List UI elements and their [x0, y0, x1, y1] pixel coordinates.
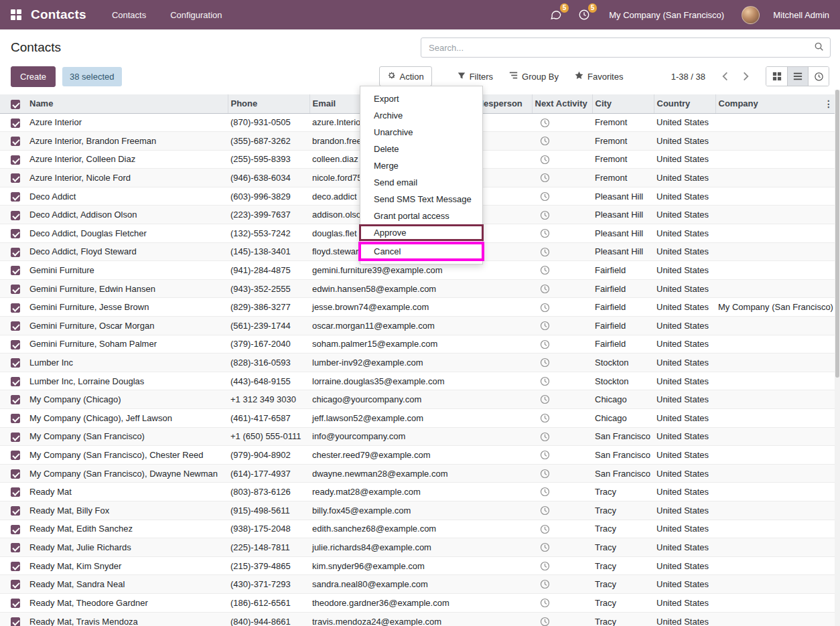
table-row[interactable]: Lumber Inc, Lorraine Douglas (443)-648-9…	[0, 372, 835, 390]
table-row[interactable]: My Company (Chicago) +1 312 349 3030 chi…	[0, 390, 835, 409]
row-checkbox[interactable]	[11, 377, 20, 386]
row-checkbox[interactable]	[11, 248, 20, 257]
row-checkbox[interactable]	[11, 487, 20, 497]
row-checkbox[interactable]	[11, 211, 20, 220]
table-row[interactable]: Ready Mat, Kim Snyder (215)-379-4865 kim…	[0, 556, 835, 575]
row-checkbox[interactable]	[11, 340, 20, 349]
action-menu-item[interactable]: Send SMS Text Message	[360, 191, 482, 208]
group-by-button[interactable]: Group By	[509, 71, 559, 82]
pager-previous-button[interactable]	[715, 69, 736, 84]
row-checkbox[interactable]	[11, 433, 20, 442]
table-row[interactable]: My Company (San Francisco), Chester Reed…	[0, 446, 835, 465]
next-activity-clock-icon[interactable]	[539, 394, 550, 405]
table-row[interactable]: Ready Mat, Sandra Neal (430)-371-7293 sa…	[0, 575, 835, 594]
row-checkbox[interactable]	[11, 414, 20, 423]
next-activity-clock-icon[interactable]	[539, 505, 550, 516]
view-kanban-button[interactable]	[766, 67, 787, 86]
pager-next-button[interactable]	[736, 69, 756, 84]
next-activity-clock-icon[interactable]	[539, 173, 550, 183]
search-input[interactable]	[427, 42, 814, 54]
action-menu-item[interactable]: Approve	[360, 224, 482, 241]
select-all-checkbox[interactable]	[11, 100, 20, 109]
next-activity-clock-icon[interactable]	[539, 265, 550, 276]
row-checkbox[interactable]	[11, 506, 20, 516]
next-activity-clock-icon[interactable]	[539, 450, 550, 461]
filters-button[interactable]: Filters	[458, 72, 493, 82]
next-activity-clock-icon[interactable]	[539, 136, 550, 147]
optional-columns-icon[interactable]: ⋮	[824, 94, 833, 113]
table-row[interactable]: Ready Mat, Theodore Gardner (186)-612-65…	[0, 593, 835, 612]
row-checkbox[interactable]	[11, 119, 20, 128]
table-row[interactable]: Ready Mat, Billy Fox (915)-498-5611 bill…	[0, 501, 835, 520]
next-activity-clock-icon[interactable]	[539, 228, 550, 239]
next-activity-clock-icon[interactable]	[539, 431, 550, 442]
row-checkbox[interactable]	[11, 285, 20, 294]
action-menu-item[interactable]: Unarchive	[360, 124, 482, 141]
table-row[interactable]: Ready Mat (803)-873-6126 ready.mat28@exa…	[0, 483, 835, 501]
row-checkbox[interactable]	[11, 137, 20, 146]
next-activity-clock-icon[interactable]	[539, 616, 550, 626]
table-row[interactable]: Gemini Furniture, Oscar Morgan (561)-239…	[0, 317, 835, 335]
action-button[interactable]: Action	[379, 66, 432, 86]
scrollbar-thumb[interactable]	[835, 90, 839, 378]
next-activity-clock-icon[interactable]	[539, 542, 550, 553]
table-row[interactable]: My Company (San Francisco), Dwayne Newma…	[0, 464, 835, 483]
row-checkbox[interactable]	[11, 599, 20, 608]
table-row[interactable]: Gemini Furniture, Edwin Hansen (943)-352…	[0, 279, 835, 298]
row-checkbox[interactable]	[11, 543, 20, 552]
user-menu[interactable]: Mitchell Admin	[773, 10, 829, 20]
table-row[interactable]: Lumber Inc (828)-316-0593 lumber-inv92@e…	[0, 354, 835, 372]
action-menu-item[interactable]: Send email	[360, 174, 482, 191]
next-activity-clock-icon[interactable]	[539, 598, 550, 609]
user-avatar[interactable]	[742, 6, 760, 24]
action-menu-item[interactable]: Export	[360, 90, 482, 107]
next-activity-clock-icon[interactable]	[539, 191, 550, 202]
table-row[interactable]: My Company (San Francisco) +1 (650) 555-…	[0, 427, 835, 446]
next-activity-clock-icon[interactable]	[539, 339, 550, 349]
nav-item-contacts[interactable]: Contacts	[112, 10, 146, 20]
view-activity-button[interactable]	[808, 67, 829, 86]
column-header-phone[interactable]: Phone	[228, 94, 309, 113]
row-checkbox[interactable]	[11, 229, 20, 238]
row-checkbox[interactable]	[11, 321, 20, 331]
action-menu-item[interactable]: Archive	[360, 107, 482, 124]
action-menu-item[interactable]: Grant portal access	[360, 208, 482, 224]
next-activity-clock-icon[interactable]	[539, 487, 550, 497]
row-checkbox[interactable]	[11, 192, 20, 202]
column-header-name[interactable]: Name	[27, 94, 228, 113]
row-checkbox[interactable]	[11, 451, 20, 460]
next-activity-clock-icon[interactable]	[539, 413, 550, 424]
row-checkbox[interactable]	[11, 617, 20, 626]
activities-clock-icon[interactable]: 5	[577, 7, 591, 22]
row-checkbox[interactable]	[11, 155, 20, 165]
row-checkbox[interactable]	[11, 358, 20, 368]
table-row[interactable]: Ready Mat, Edith Sanchez (938)-175-2048 …	[0, 520, 835, 538]
table-row[interactable]: Gemini Furniture, Jesse Brown (829)-386-…	[0, 298, 835, 317]
next-activity-clock-icon[interactable]	[539, 579, 550, 590]
row-checkbox[interactable]	[11, 303, 20, 313]
column-header-country[interactable]: Country	[654, 94, 715, 113]
table-row[interactable]: My Company (Chicago), Jeff Lawson (461)-…	[0, 409, 835, 428]
messages-icon[interactable]: 5	[549, 7, 563, 22]
row-checkbox[interactable]	[11, 562, 20, 571]
next-activity-clock-icon[interactable]	[539, 117, 550, 128]
column-header-city[interactable]: City	[592, 94, 654, 113]
selected-count-badge[interactable]: 38 selected	[62, 67, 122, 86]
nav-item-configuration[interactable]: Configuration	[170, 10, 222, 20]
next-activity-clock-icon[interactable]	[539, 210, 550, 220]
favorites-button[interactable]: Favorites	[575, 71, 623, 82]
next-activity-clock-icon[interactable]	[539, 246, 550, 257]
next-activity-clock-icon[interactable]	[539, 560, 550, 571]
next-activity-clock-icon[interactable]	[539, 302, 550, 313]
next-activity-clock-icon[interactable]	[539, 468, 550, 479]
row-checkbox[interactable]	[11, 266, 20, 275]
apps-grid-icon[interactable]	[11, 9, 21, 20]
next-activity-clock-icon[interactable]	[539, 524, 550, 534]
next-activity-clock-icon[interactable]	[539, 154, 550, 165]
view-list-button[interactable]	[787, 67, 808, 86]
action-menu-item[interactable]: Merge	[360, 157, 482, 174]
row-checkbox[interactable]	[11, 173, 20, 183]
action-menu-item[interactable]: Cancel	[360, 243, 482, 260]
row-checkbox[interactable]	[11, 395, 20, 404]
column-header-next-activity[interactable]: Next Activity	[532, 94, 592, 113]
